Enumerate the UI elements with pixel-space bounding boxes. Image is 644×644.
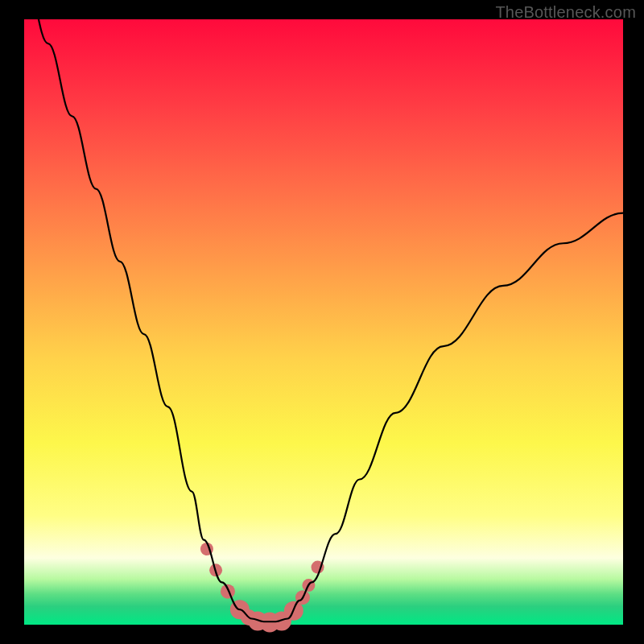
chart-plot-area: [24, 19, 623, 625]
marker-dot: [221, 584, 235, 599]
marker-group: [200, 543, 324, 632]
bottleneck-curve: [24, 0, 623, 621]
watermark-text: TheBottleneck.com: [495, 3, 636, 22]
chart-svg: [24, 19, 623, 625]
chart-frame: TheBottleneck.com: [0, 0, 644, 644]
